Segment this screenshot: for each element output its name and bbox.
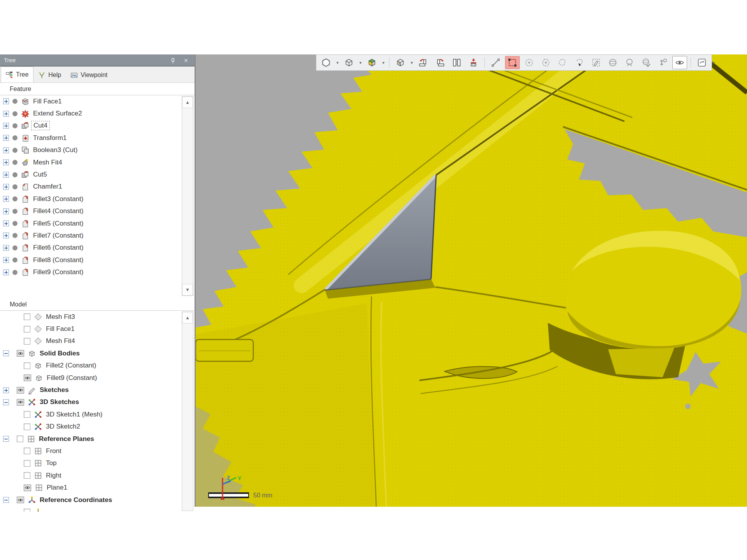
model-row[interactable]: Mesh Fit3 (0, 311, 195, 323)
dropdown-caret-icon[interactable]: ▾ (711, 60, 715, 65)
expand-plus-icon[interactable] (3, 98, 9, 104)
model-row[interactable]: Plane1 (0, 481, 195, 494)
visibility-checkbox[interactable] (24, 411, 30, 418)
paint-select-button[interactable] (589, 56, 603, 69)
visibility-checkbox[interactable] (24, 338, 30, 345)
polygon-select-button[interactable] (538, 56, 553, 69)
measure-line-button[interactable] (488, 56, 503, 69)
expand-plus-icon[interactable] (3, 159, 9, 165)
visibility-checkbox[interactable] (24, 509, 30, 512)
sphere-select-button[interactable] (605, 56, 620, 69)
visibility-checkbox[interactable] (24, 362, 30, 369)
visibility-checkbox[interactable] (24, 313, 30, 320)
model-row[interactable]: 3D Sketch1 (Mesh) (0, 408, 195, 420)
expand-plus-icon[interactable] (3, 387, 9, 393)
expand-plus-icon[interactable] (3, 196, 9, 202)
scroll-down-icon[interactable]: ▼ (182, 284, 193, 296)
model-row[interactable]: Right (0, 469, 195, 481)
model-row[interactable]: Fillet9 (Constant) (0, 372, 195, 384)
model-row[interactable]: 3D Sketch2 (0, 421, 195, 433)
scroll-up-icon[interactable]: ▲ (182, 96, 193, 108)
model-row[interactable]: Reference Planes (0, 433, 195, 445)
swap-visibility-button[interactable] (656, 56, 670, 69)
expand-plus-icon[interactable] (3, 245, 9, 251)
feature-row[interactable]: Fill Face1 (0, 95, 195, 107)
feature-row[interactable]: Extend Surface2 (0, 107, 195, 119)
model-row[interactable]: Front (0, 445, 195, 457)
visibility-checkbox[interactable] (24, 460, 30, 467)
shaded-cube-view-button[interactable] (365, 56, 379, 69)
model-row[interactable]: Top (0, 457, 195, 469)
dropdown-caret-icon[interactable]: ▾ (410, 60, 414, 65)
freeform-select-button[interactable] (555, 56, 570, 69)
feature-row[interactable]: Fillet8 (Constant) (0, 254, 195, 266)
tab-help[interactable]: Help (33, 68, 66, 82)
expand-plus-icon[interactable] (3, 257, 9, 263)
expand-plus-icon[interactable] (3, 111, 9, 117)
expand-minus-icon[interactable] (3, 497, 9, 503)
model-scrollbar[interactable]: ▲ (182, 312, 193, 511)
visibility-eye-icon[interactable] (17, 497, 24, 503)
feature-scrollbar[interactable]: ▲ ▼ (182, 96, 193, 296)
press-fit-button[interactable] (466, 56, 481, 69)
lasso-select-button[interactable] (572, 56, 587, 69)
visibility-eye-icon[interactable] (17, 350, 24, 357)
eye-visible-button[interactable] (672, 56, 687, 69)
pin-icon[interactable] (168, 56, 177, 65)
sphere-check-button[interactable] (639, 56, 654, 69)
feature-row[interactable]: Chamfer1 (0, 181, 195, 193)
visibility-checkbox[interactable] (17, 436, 23, 442)
model-row[interactable]: 3D Sketches (0, 396, 195, 408)
viewport-3d[interactable]: ▾▾▾▾▾ 50 mm Y Z (196, 54, 747, 507)
section-view-button[interactable] (449, 56, 464, 69)
expand-plus-icon[interactable] (3, 172, 9, 178)
rect-select-button[interactable] (505, 56, 520, 69)
expand-plus-icon[interactable] (3, 270, 9, 275)
expand-plus-icon[interactable] (3, 184, 9, 190)
dropdown-caret-icon[interactable]: ▾ (358, 60, 363, 65)
feature-row[interactable]: Fillet4 (Constant) (0, 205, 195, 217)
visibility-checkbox[interactable] (24, 326, 30, 332)
cube-view-button[interactable] (342, 56, 356, 69)
circle-select-button[interactable] (522, 56, 537, 69)
dropdown-caret-icon[interactable]: ▾ (381, 60, 386, 65)
hexagon-view-button[interactable] (319, 56, 333, 69)
visibility-eye-icon[interactable] (17, 387, 24, 394)
feature-row[interactable]: Cut4 (0, 120, 195, 132)
feature-row[interactable]: Cut5 (0, 168, 195, 180)
visibility-checkbox[interactable] (24, 448, 30, 454)
model-row[interactable]: Fillet2 (Constant) (0, 360, 195, 372)
flip-left-button[interactable] (416, 56, 431, 69)
feature-row[interactable]: Fillet9 (Constant) (0, 266, 195, 278)
face-select-cube-button[interactable] (393, 56, 408, 69)
feature-row[interactable]: Boolean3 (Cut) (0, 144, 195, 156)
model-row[interactable]: Solid Bodies (0, 347, 195, 359)
expand-minus-icon[interactable] (3, 350, 9, 356)
view-settings-button[interactable] (694, 56, 709, 69)
expand-plus-icon[interactable] (3, 147, 9, 153)
expand-plus-icon[interactable] (3, 208, 9, 214)
expand-plus-icon[interactable] (3, 220, 9, 226)
expand-plus-icon[interactable] (3, 233, 9, 238)
feature-row[interactable]: Fillet7 (Constant) (0, 229, 195, 242)
dropdown-caret-icon[interactable]: ▾ (335, 60, 340, 65)
expand-minus-icon[interactable] (3, 399, 9, 405)
expand-plus-icon[interactable] (3, 123, 9, 129)
tab-tree[interactable]: Tree (1, 66, 33, 82)
model-row[interactable]: Fill Face1 (0, 323, 195, 335)
tab-viewpoint[interactable]: Viewpoint (66, 68, 112, 82)
model-row[interactable]: Mesh Fit4 (0, 335, 195, 347)
visibility-checkbox[interactable] (24, 424, 30, 430)
zoom-select-button[interactable] (622, 56, 637, 69)
visibility-eye-icon[interactable] (24, 374, 31, 381)
feature-row[interactable]: Mesh Fit4 (0, 156, 195, 168)
feature-row[interactable]: Fillet3 (Constant) (0, 193, 195, 205)
flip-right-button[interactable] (433, 56, 447, 69)
visibility-checkbox[interactable] (24, 472, 30, 479)
model-row[interactable]: Sketches (0, 384, 195, 396)
feature-row[interactable]: Fillet5 (Constant) (0, 217, 195, 229)
model-row[interactable] (0, 506, 195, 512)
close-icon[interactable]: × (181, 56, 191, 65)
feature-row[interactable]: Fillet6 (Constant) (0, 242, 195, 254)
visibility-eye-icon[interactable] (24, 485, 31, 491)
